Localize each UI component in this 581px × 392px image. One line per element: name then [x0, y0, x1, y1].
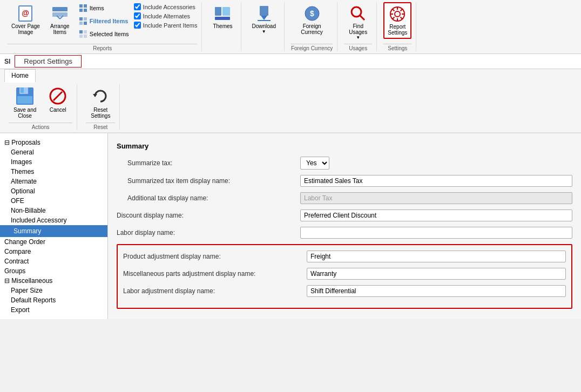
inner-toolbar: Save andClose Cancel Actions — [0, 82, 581, 132]
additional-tax-input[interactable] — [300, 192, 572, 204]
tree-item-summary[interactable]: Summary — [0, 225, 107, 237]
usages-group-label: Usages — [344, 44, 372, 51]
tab-home-label: Home — [11, 72, 29, 79]
include-alternates-label: Include Alternates — [143, 13, 190, 19]
include-alternates-check[interactable]: Include Alternates — [134, 12, 198, 19]
summarize-tax-select[interactable]: Yes No — [300, 157, 329, 170]
report-settings-button[interactable]: ReportSettings — [383, 2, 411, 39]
svg-rect-13 — [84, 30, 87, 33]
foreign-currency-group-label: Foreign Currency — [291, 44, 333, 51]
discount-label: Discount display name: — [117, 212, 300, 219]
summary-highlight: Summary — [11, 226, 44, 236]
foreign-currency-button[interactable]: $ ForeignCurrency — [297, 2, 327, 38]
misc-parts-input[interactable] — [307, 268, 566, 280]
svg-rect-6 — [79, 9, 83, 12]
actions-group-label: Actions — [9, 123, 72, 130]
download-arrow: ▼ — [262, 29, 266, 34]
tree-item-groups[interactable]: Groups — [0, 266, 107, 276]
find-usages-icon — [349, 5, 367, 22]
selected-items-button[interactable]: Selected Items — [76, 28, 132, 40]
tree-item-themes[interactable]: Themes — [0, 167, 107, 177]
ribbon-group-foreign-currency: $ ForeignCurrency Foreign Currency — [287, 2, 337, 51]
product-adjustment-input[interactable] — [307, 251, 566, 262]
arrange-items-button[interactable]: ArrangeItems — [46, 2, 74, 38]
tree-item-export[interactable]: Export — [0, 305, 107, 315]
themes-button[interactable]: Themes — [208, 2, 237, 32]
filtered-items-button[interactable]: Filtered Items — [76, 15, 132, 27]
form-row-product-adjustment: Product adjustment display name: — [123, 251, 566, 262]
include-parent-items-label: Include Parent Items — [143, 22, 198, 29]
ribbon-toolbar: @ Cover Page Image ArrangeItems — [0, 0, 581, 53]
items-button[interactable]: Items — [76, 2, 132, 14]
filtered-items-label: Filtered Items — [90, 18, 129, 24]
tree-item-paper-size[interactable]: Paper Size — [0, 286, 107, 295]
reset-group-label: Reset — [86, 123, 115, 130]
cancel-button[interactable]: Cancel — [43, 84, 72, 121]
foreign-currency-icon: $ — [303, 5, 321, 22]
discount-control — [300, 209, 572, 221]
form-row-labor: Labor display name: — [117, 227, 572, 239]
items-label: Items — [90, 5, 104, 11]
tab-home[interactable]: Home — [4, 69, 36, 83]
tree-item-images[interactable]: Images — [0, 157, 107, 167]
svg-rect-37 — [21, 87, 24, 93]
tree-item-alternate[interactable]: Alternate — [0, 177, 107, 186]
tree-item-included-accessory[interactable]: Included Accessory — [0, 215, 107, 225]
tree-item-contract[interactable]: Contract — [0, 256, 107, 266]
find-usages-button[interactable]: FindUsages ▼ — [344, 2, 372, 43]
settings-group-label: Settings — [383, 44, 411, 51]
tree-item-change-order[interactable]: Change Order — [0, 237, 107, 247]
include-alternates-checkbox[interactable] — [134, 12, 141, 19]
form-row-labor-adjustment: Labor adjustment display name: — [123, 285, 566, 297]
ribbon-group-settings: ReportSettings Settings — [379, 2, 416, 51]
include-parent-items-checkbox[interactable] — [134, 22, 141, 29]
main-container: Home — [0, 69, 581, 319]
svg-rect-9 — [84, 17, 87, 21]
ribbon-group-usages: FindUsages ▼ Usages — [340, 2, 377, 51]
title-bar: SI Report Settings — [0, 54, 581, 69]
summarize-tax-control: Yes No — [300, 157, 572, 170]
ribbon-buttons-row: @ Cover Page Image ArrangeItems — [8, 2, 197, 43]
download-button[interactable]: Download ▼ — [248, 2, 279, 37]
labor-adjustment-input[interactable] — [307, 285, 566, 297]
tree-item-optional[interactable]: Optional — [0, 186, 107, 196]
cover-page-image-button[interactable]: @ Cover Page Image — [8, 2, 44, 38]
svg-rect-11 — [84, 22, 87, 25]
themes-icon — [214, 5, 231, 22]
tree-item-non-billable[interactable]: Non-Billable — [0, 206, 107, 215]
inner-group-reset: ResetSettings Reset — [82, 84, 120, 130]
arrange-items-label: ArrangeItems — [50, 23, 70, 35]
misc-parts-label: Miscellaneous parts adjustment display n… — [123, 270, 307, 278]
tree-item-compare[interactable]: Compare — [0, 247, 107, 256]
save-close-button[interactable]: Save andClose — [9, 84, 41, 121]
tree-sidebar: ⊟ Proposals General Images Themes Altern… — [0, 133, 108, 319]
svg-rect-14 — [79, 35, 83, 38]
svg-rect-2 — [52, 7, 67, 11]
save-icon — [15, 86, 35, 106]
reset-settings-label: ResetSettings — [91, 107, 110, 119]
tree-item-default-reports[interactable]: Default Reports — [0, 295, 107, 305]
labor-input[interactable] — [300, 227, 572, 239]
labor-label: Labor display name: — [117, 229, 300, 236]
tree-item-ofe[interactable]: OFE — [0, 196, 107, 206]
svg-line-40 — [53, 92, 62, 100]
svg-marker-41 — [93, 94, 97, 97]
summarized-tax-input[interactable] — [300, 175, 572, 187]
misc-parts-control — [307, 268, 566, 280]
svg-rect-16 — [215, 7, 221, 16]
section-title: Summary — [117, 142, 572, 150]
labor-adjustment-control — [307, 285, 566, 297]
discount-input[interactable] — [300, 209, 572, 221]
main-panel: Summary Summarize tax: Yes No Summarized… — [108, 133, 581, 319]
include-accessories-checkbox[interactable] — [134, 3, 141, 10]
ribbon-group-themes: Themes - — [204, 2, 241, 51]
tree-item-miscellaneous[interactable]: ⊟ Miscellaneous — [0, 276, 107, 286]
svg-rect-4 — [79, 4, 83, 8]
content-area: ⊟ Proposals General Images Themes Altern… — [0, 133, 581, 319]
reset-settings-button[interactable]: ResetSettings — [86, 84, 115, 121]
tree-item-proposals[interactable]: ⊟ Proposals — [0, 138, 107, 147]
tree-item-general[interactable]: General — [0, 147, 107, 157]
include-accessories-check[interactable]: Include Accessories — [134, 3, 198, 10]
foreign-currency-label: ForeignCurrency — [301, 23, 323, 35]
include-parent-items-check[interactable]: Include Parent Items — [134, 22, 198, 29]
